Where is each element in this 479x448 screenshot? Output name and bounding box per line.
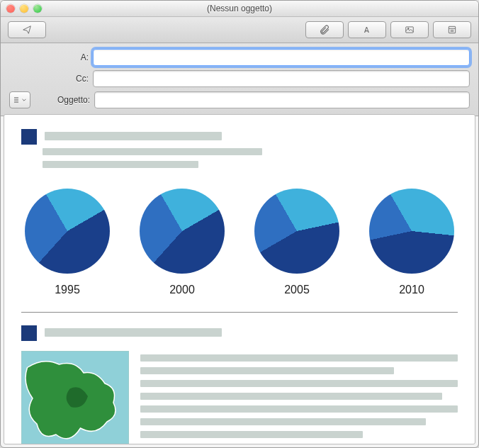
traffic-lights	[6, 4, 42, 13]
message-body-container: 1995200020052010	[4, 114, 475, 444]
svg-point-1	[407, 28, 409, 29]
pie-label: 1995	[55, 284, 80, 296]
header-menu-button[interactable]	[9, 91, 30, 108]
minimize-button[interactable]	[20, 4, 28, 13]
to-label: A:	[9, 52, 93, 62]
photo-browser-button[interactable]	[390, 21, 429, 38]
pie-2005	[254, 189, 339, 274]
report-heading-1	[21, 129, 458, 170]
pie-chart: 1995	[21, 189, 113, 296]
list-icon	[13, 96, 21, 103]
report-heading-2	[21, 325, 458, 341]
cc-field[interactable]	[93, 70, 470, 87]
pie-label: 2005	[284, 284, 310, 296]
pie-label: 2000	[169, 284, 195, 296]
send-button[interactable]	[8, 21, 46, 38]
attachment-icon	[319, 24, 330, 35]
cc-label: Cc:	[9, 74, 93, 84]
titlebar: (Nessun oggetto)	[1, 1, 478, 17]
toolbar	[1, 17, 478, 43]
stationery-icon	[446, 25, 458, 35]
close-button[interactable]	[6, 4, 15, 13]
pie-charts-row: 1995200020052010	[21, 189, 458, 296]
zoom-button[interactable]	[33, 4, 42, 13]
pie-1995	[25, 189, 110, 274]
paper-plane-icon	[21, 25, 33, 35]
subject-field[interactable]	[94, 91, 470, 108]
attach-button[interactable]	[305, 21, 344, 38]
pie-label: 2010	[399, 284, 424, 296]
pie-chart: 2005	[251, 189, 343, 296]
compose-window: (Nessun oggetto) A:	[0, 0, 479, 448]
window-title: (Nessun oggetto)	[1, 4, 478, 13]
message-headers: A: Cc: Oggetto:	[1, 43, 478, 116]
pie-chart: 2000	[136, 189, 228, 296]
subject-label: Oggetto:	[36, 95, 94, 105]
svg-rect-2	[449, 26, 455, 33]
pie-chart: 2010	[366, 189, 458, 296]
to-field[interactable]	[93, 49, 470, 66]
map-illustration	[21, 351, 129, 444]
pie-2000	[140, 189, 225, 274]
report-paragraph	[140, 351, 458, 444]
chevron-down-icon	[22, 98, 26, 102]
photo-icon	[403, 25, 416, 35]
fonts-button[interactable]	[348, 21, 386, 38]
font-icon	[361, 25, 373, 35]
stationery-button[interactable]	[433, 21, 471, 38]
pie-2010	[369, 189, 454, 274]
report-section-2	[21, 351, 458, 444]
section-divider	[21, 312, 458, 313]
message-body[interactable]: 1995200020052010	[4, 115, 475, 444]
